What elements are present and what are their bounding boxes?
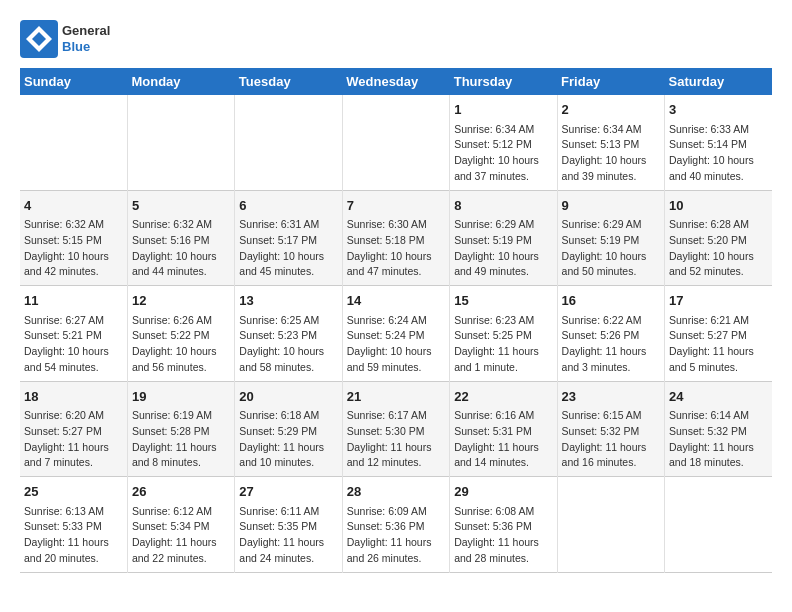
day-number: 2 [562, 100, 660, 120]
header-day-monday: Monday [127, 68, 234, 95]
day-info: Sunrise: 6:25 AMSunset: 5:23 PMDaylight:… [239, 313, 337, 376]
header-day-saturday: Saturday [665, 68, 772, 95]
calendar-cell: 7Sunrise: 6:30 AMSunset: 5:18 PMDaylight… [342, 190, 449, 286]
header-day-tuesday: Tuesday [235, 68, 342, 95]
header-day-sunday: Sunday [20, 68, 127, 95]
day-number: 29 [454, 482, 552, 502]
calendar-cell: 6Sunrise: 6:31 AMSunset: 5:17 PMDaylight… [235, 190, 342, 286]
calendar-cell: 27Sunrise: 6:11 AMSunset: 5:35 PMDayligh… [235, 477, 342, 573]
calendar-cell: 28Sunrise: 6:09 AMSunset: 5:36 PMDayligh… [342, 477, 449, 573]
calendar-header: SundayMondayTuesdayWednesdayThursdayFrid… [20, 68, 772, 95]
day-info: Sunrise: 6:29 AMSunset: 5:19 PMDaylight:… [562, 217, 660, 280]
calendar-cell: 18Sunrise: 6:20 AMSunset: 5:27 PMDayligh… [20, 381, 127, 477]
calendar-cell: 1Sunrise: 6:34 AMSunset: 5:12 PMDaylight… [450, 95, 557, 190]
calendar-cell: 11Sunrise: 6:27 AMSunset: 5:21 PMDayligh… [20, 286, 127, 382]
day-info: Sunrise: 6:33 AMSunset: 5:14 PMDaylight:… [669, 122, 768, 185]
calendar-cell: 2Sunrise: 6:34 AMSunset: 5:13 PMDaylight… [557, 95, 664, 190]
day-info: Sunrise: 6:27 AMSunset: 5:21 PMDaylight:… [24, 313, 123, 376]
day-number: 1 [454, 100, 552, 120]
calendar-cell: 9Sunrise: 6:29 AMSunset: 5:19 PMDaylight… [557, 190, 664, 286]
day-info: Sunrise: 6:18 AMSunset: 5:29 PMDaylight:… [239, 408, 337, 471]
day-number: 12 [132, 291, 230, 311]
day-info: Sunrise: 6:26 AMSunset: 5:22 PMDaylight:… [132, 313, 230, 376]
header-row: SundayMondayTuesdayWednesdayThursdayFrid… [20, 68, 772, 95]
day-number: 5 [132, 196, 230, 216]
calendar-cell: 12Sunrise: 6:26 AMSunset: 5:22 PMDayligh… [127, 286, 234, 382]
day-number: 7 [347, 196, 445, 216]
day-info: Sunrise: 6:34 AMSunset: 5:12 PMDaylight:… [454, 122, 552, 185]
day-number: 15 [454, 291, 552, 311]
day-info: Sunrise: 6:24 AMSunset: 5:24 PMDaylight:… [347, 313, 445, 376]
day-info: Sunrise: 6:13 AMSunset: 5:33 PMDaylight:… [24, 504, 123, 567]
day-number: 13 [239, 291, 337, 311]
day-number: 3 [669, 100, 768, 120]
calendar-week-1: 4Sunrise: 6:32 AMSunset: 5:15 PMDaylight… [20, 190, 772, 286]
calendar-cell: 14Sunrise: 6:24 AMSunset: 5:24 PMDayligh… [342, 286, 449, 382]
day-number: 24 [669, 387, 768, 407]
calendar-week-3: 18Sunrise: 6:20 AMSunset: 5:27 PMDayligh… [20, 381, 772, 477]
day-number: 23 [562, 387, 660, 407]
calendar-cell [127, 95, 234, 190]
header-day-thursday: Thursday [450, 68, 557, 95]
day-info: Sunrise: 6:11 AMSunset: 5:35 PMDaylight:… [239, 504, 337, 567]
day-info: Sunrise: 6:12 AMSunset: 5:34 PMDaylight:… [132, 504, 230, 567]
calendar-cell: 21Sunrise: 6:17 AMSunset: 5:30 PMDayligh… [342, 381, 449, 477]
logo-icon [20, 20, 58, 58]
calendar-week-4: 25Sunrise: 6:13 AMSunset: 5:33 PMDayligh… [20, 477, 772, 573]
day-info: Sunrise: 6:32 AMSunset: 5:16 PMDaylight:… [132, 217, 230, 280]
header-day-wednesday: Wednesday [342, 68, 449, 95]
day-number: 16 [562, 291, 660, 311]
day-number: 20 [239, 387, 337, 407]
calendar-week-2: 11Sunrise: 6:27 AMSunset: 5:21 PMDayligh… [20, 286, 772, 382]
calendar-cell [557, 477, 664, 573]
calendar-cell: 10Sunrise: 6:28 AMSunset: 5:20 PMDayligh… [665, 190, 772, 286]
calendar-cell: 25Sunrise: 6:13 AMSunset: 5:33 PMDayligh… [20, 477, 127, 573]
day-number: 9 [562, 196, 660, 216]
calendar-cell [342, 95, 449, 190]
calendar-cell: 8Sunrise: 6:29 AMSunset: 5:19 PMDaylight… [450, 190, 557, 286]
day-number: 27 [239, 482, 337, 502]
day-info: Sunrise: 6:28 AMSunset: 5:20 PMDaylight:… [669, 217, 768, 280]
calendar-cell: 4Sunrise: 6:32 AMSunset: 5:15 PMDaylight… [20, 190, 127, 286]
day-info: Sunrise: 6:17 AMSunset: 5:30 PMDaylight:… [347, 408, 445, 471]
calendar-week-0: 1Sunrise: 6:34 AMSunset: 5:12 PMDaylight… [20, 95, 772, 190]
day-info: Sunrise: 6:19 AMSunset: 5:28 PMDaylight:… [132, 408, 230, 471]
day-number: 26 [132, 482, 230, 502]
calendar-cell [20, 95, 127, 190]
day-info: Sunrise: 6:22 AMSunset: 5:26 PMDaylight:… [562, 313, 660, 376]
day-info: Sunrise: 6:09 AMSunset: 5:36 PMDaylight:… [347, 504, 445, 567]
day-info: Sunrise: 6:08 AMSunset: 5:36 PMDaylight:… [454, 504, 552, 567]
day-number: 14 [347, 291, 445, 311]
day-number: 19 [132, 387, 230, 407]
calendar-cell: 19Sunrise: 6:19 AMSunset: 5:28 PMDayligh… [127, 381, 234, 477]
calendar-cell: 17Sunrise: 6:21 AMSunset: 5:27 PMDayligh… [665, 286, 772, 382]
calendar-body: 1Sunrise: 6:34 AMSunset: 5:12 PMDaylight… [20, 95, 772, 572]
day-number: 28 [347, 482, 445, 502]
day-number: 22 [454, 387, 552, 407]
calendar-cell: 20Sunrise: 6:18 AMSunset: 5:29 PMDayligh… [235, 381, 342, 477]
day-info: Sunrise: 6:20 AMSunset: 5:27 PMDaylight:… [24, 408, 123, 471]
page-header: General Blue [20, 20, 772, 58]
header-day-friday: Friday [557, 68, 664, 95]
day-number: 21 [347, 387, 445, 407]
day-number: 6 [239, 196, 337, 216]
calendar-cell: 5Sunrise: 6:32 AMSunset: 5:16 PMDaylight… [127, 190, 234, 286]
calendar-table: SundayMondayTuesdayWednesdayThursdayFrid… [20, 68, 772, 573]
calendar-cell: 16Sunrise: 6:22 AMSunset: 5:26 PMDayligh… [557, 286, 664, 382]
day-number: 25 [24, 482, 123, 502]
day-number: 10 [669, 196, 768, 216]
day-info: Sunrise: 6:21 AMSunset: 5:27 PMDaylight:… [669, 313, 768, 376]
day-info: Sunrise: 6:16 AMSunset: 5:31 PMDaylight:… [454, 408, 552, 471]
day-info: Sunrise: 6:30 AMSunset: 5:18 PMDaylight:… [347, 217, 445, 280]
day-number: 4 [24, 196, 123, 216]
logo: General Blue [20, 20, 110, 58]
day-number: 17 [669, 291, 768, 311]
calendar-cell [235, 95, 342, 190]
calendar-cell: 24Sunrise: 6:14 AMSunset: 5:32 PMDayligh… [665, 381, 772, 477]
day-info: Sunrise: 6:23 AMSunset: 5:25 PMDaylight:… [454, 313, 552, 376]
calendar-cell: 15Sunrise: 6:23 AMSunset: 5:25 PMDayligh… [450, 286, 557, 382]
day-number: 11 [24, 291, 123, 311]
day-info: Sunrise: 6:34 AMSunset: 5:13 PMDaylight:… [562, 122, 660, 185]
day-info: Sunrise: 6:15 AMSunset: 5:32 PMDaylight:… [562, 408, 660, 471]
calendar-cell: 29Sunrise: 6:08 AMSunset: 5:36 PMDayligh… [450, 477, 557, 573]
